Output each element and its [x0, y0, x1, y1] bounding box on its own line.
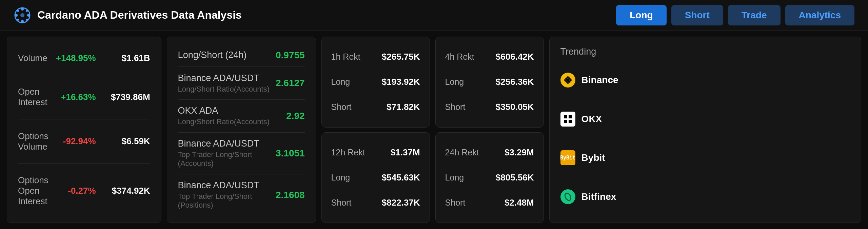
bitfinex-icon	[560, 189, 575, 204]
okx-icon	[560, 112, 575, 127]
ls-row-0: Long/Short (24h) 0.9755	[178, 48, 305, 63]
ls-main-3: Binance ADA/USDT	[178, 138, 276, 149]
nav-analytics-button[interactable]: Analytics	[785, 5, 855, 25]
svg-marker-10	[567, 76, 569, 78]
rekt-24h-total: $3.29M	[505, 147, 534, 158]
rekt-1h-title: 1h Rekt	[331, 52, 360, 62]
rekt-4h-short-label: Short	[445, 102, 466, 112]
trending-items-list: Binance OKX ByBit Bybi	[560, 64, 850, 213]
svg-point-1	[21, 8, 24, 11]
stat-row-options-oi: Options Open Interest -0.27% $374.92K	[18, 172, 150, 209]
trending-item-binance[interactable]: Binance	[560, 73, 850, 88]
rekt-12h-panel: 12h Rekt $1.37M Long $545.63K Short $822…	[321, 132, 430, 223]
header: Cardano ADA Derivatives Data Analysis Lo…	[0, 0, 868, 31]
svg-rect-16	[564, 115, 567, 118]
rekt-24h-short-label: Short	[445, 198, 466, 208]
rekt-24h-title: 24h Rekt	[445, 148, 479, 157]
svg-marker-15	[567, 82, 569, 84]
rekt-1h-long-row: Long $193.92K	[331, 77, 420, 87]
rekt-12h-long-row: Long $545.63K	[331, 172, 420, 183]
bybit-icon: ByBit	[560, 150, 575, 165]
rekt-4h-short-row: Short $350.05K	[445, 102, 534, 112]
rekt-12h-title: 12h Rekt	[331, 148, 365, 157]
rekt-24h-long-label: Long	[445, 173, 464, 183]
rekt-24h-short-value: $2.48M	[505, 197, 534, 208]
svg-rect-19	[569, 120, 572, 123]
rekt-1h-long-label: Long	[331, 77, 350, 87]
rekt-4h-panel: 4h Rekt $606.42K Long $256.36K Short $35…	[435, 37, 544, 128]
rekt-right-column: 4h Rekt $606.42K Long $256.36K Short $35…	[435, 37, 544, 223]
ls-row-4: Binance ADA/USDT Top Trader Long/Short (…	[178, 178, 305, 212]
rekt-12h-title-row: 12h Rekt $1.37M	[331, 147, 420, 158]
svg-point-7	[17, 19, 19, 21]
stat-label-open-interest: Open Interest	[18, 87, 48, 108]
stat-value-options-oi: $374.92K	[96, 186, 150, 196]
svg-marker-12	[564, 79, 566, 81]
rekt-4h-long-value: $256.36K	[496, 77, 534, 87]
ls-value-2: 2.92	[286, 111, 305, 121]
ls-sub-2: Long/Short Ratio(Accounts)	[178, 117, 287, 126]
stat-change-open-interest: +16.63%	[48, 92, 96, 102]
trending-item-okx[interactable]: OKX	[560, 112, 850, 127]
binance-label: Binance	[581, 75, 618, 85]
okx-label: OKX	[581, 114, 602, 125]
rekt-12h-short-row: Short $822.37K	[331, 197, 420, 208]
ls-main-2: OKX ADA	[178, 106, 287, 116]
svg-rect-17	[569, 115, 572, 118]
nav-trade-button[interactable]: Trade	[728, 5, 781, 25]
longshort-panel: Long/Short (24h) 0.9755 Binance ADA/USDT…	[167, 37, 316, 223]
rekt-4h-long-label: Long	[445, 77, 464, 87]
stat-label-volume: Volume	[18, 53, 48, 63]
header-left: Cardano ADA Derivatives Data Analysis	[14, 6, 242, 24]
rekt-1h-long-value: $193.92K	[382, 77, 420, 87]
page-title: Cardano ADA Derivatives Data Analysis	[37, 9, 242, 21]
ls-value-1: 2.6127	[276, 78, 305, 89]
stat-label-options-volume: Options Volume	[18, 131, 48, 152]
rekt-4h-long-row: Long $256.36K	[445, 77, 534, 87]
rekt-4h-title: 4h Rekt	[445, 52, 474, 62]
stat-change-options-volume: -92.94%	[48, 136, 96, 147]
rekt-24h-long-row: Long $805.56K	[445, 172, 534, 183]
rekt-1h-short-row: Short $71.82K	[331, 102, 420, 112]
rekt-4h-total: $606.42K	[496, 52, 534, 62]
bitfinex-label: Bitfinex	[581, 191, 616, 202]
svg-point-2	[21, 20, 24, 23]
header-nav: Long Short Trade Analytics	[616, 5, 854, 25]
ls-main-0: Long/Short (24h)	[178, 50, 276, 60]
stats-panel: Volume +148.95% $1.61B Open Interest +16…	[7, 37, 161, 223]
rekt-1h-total: $265.75K	[382, 52, 420, 62]
trending-panel: Trending Binance	[549, 37, 861, 223]
svg-rect-18	[564, 120, 567, 123]
rekt-12h-short-label: Short	[331, 198, 352, 208]
trending-item-bybit[interactable]: ByBit Bybit	[560, 150, 850, 165]
nav-long-button[interactable]: Long	[616, 5, 666, 25]
svg-point-3	[15, 14, 18, 17]
stat-change-options-oi: -0.27%	[48, 186, 96, 196]
ls-row-3: Binance ADA/USDT Top Trader Long/Short (…	[178, 136, 305, 170]
stat-row-open-interest: Open Interest +16.63% $739.86M	[18, 84, 150, 110]
ls-value-0: 0.9755	[276, 50, 305, 61]
rekt-1h-title-row: 1h Rekt $265.75K	[331, 52, 420, 62]
rekt-left-column: 1h Rekt $265.75K Long $193.92K Short $71…	[321, 37, 430, 223]
ls-sub-1: Long/Short Ratio(Accounts)	[178, 85, 276, 94]
rekt-1h-panel: 1h Rekt $265.75K Long $193.92K Short $71…	[321, 37, 430, 128]
svg-point-4	[27, 14, 30, 17]
ls-row-2: OKX ADA Long/Short Ratio(Accounts) 2.92	[178, 103, 305, 128]
rekt-24h-long-value: $805.56K	[496, 172, 534, 183]
trending-item-bitfinex[interactable]: Bitfinex	[560, 189, 850, 204]
stat-row-options-volume: Options Volume -92.94% $6.59K	[18, 128, 150, 155]
stat-label-options-oi: Options Open Interest	[18, 175, 48, 207]
svg-point-8	[26, 19, 28, 21]
rekt-24h-panel: 24h Rekt $3.29M Long $805.56K Short $2.4…	[435, 132, 544, 223]
rekt-12h-total: $1.37M	[391, 147, 420, 158]
rekt-12h-long-label: Long	[331, 173, 350, 183]
ls-row-1: Binance ADA/USDT Long/Short Ratio(Accoun…	[178, 71, 305, 96]
svg-point-5	[17, 10, 19, 12]
rekt-1h-short-value: $71.82K	[387, 102, 420, 112]
nav-short-button[interactable]: Short	[671, 5, 723, 25]
binance-icon	[560, 73, 575, 88]
svg-point-9	[20, 13, 24, 17]
rekt-12h-long-value: $545.63K	[382, 172, 420, 183]
logo-icon	[14, 6, 31, 24]
trending-title: Trending	[560, 46, 850, 57]
